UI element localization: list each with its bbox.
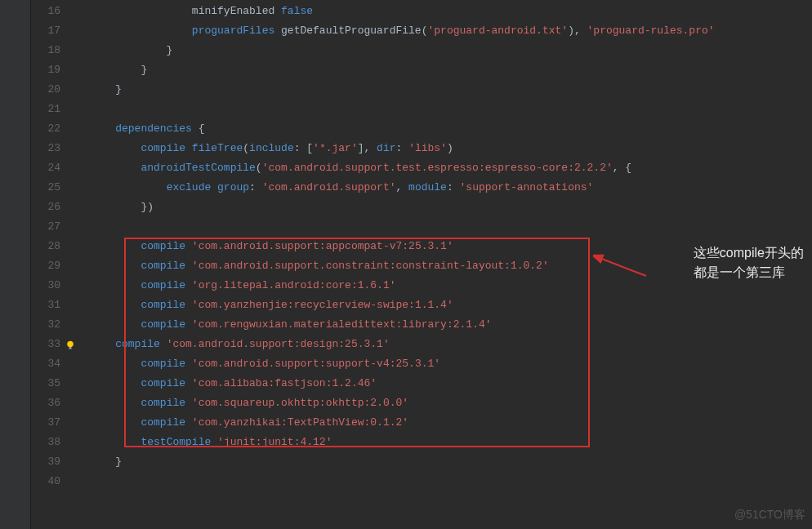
- line-number: 26: [31, 198, 60, 217]
- line-number: 34: [31, 354, 60, 374]
- left-margin: [0, 0, 31, 529]
- annotation-text: 这些compile开头的 都是一个第三库: [694, 243, 804, 282]
- line-number: 38: [31, 433, 60, 452]
- editor-container: 1617181920212223242526272829303132333435…: [0, 0, 812, 529]
- code-line[interactable]: testCompile 'junit:junit:4.12': [90, 433, 812, 452]
- code-line[interactable]: proguardFiles getDefaultProguardFile('pr…: [90, 21, 812, 41]
- line-number: 36: [31, 393, 60, 413]
- code-line[interactable]: compile fileTree(include: ['*.jar'], dir…: [90, 139, 812, 158]
- code-line[interactable]: compile 'com.yanzhenjie:recyclerview-swi…: [90, 296, 812, 315]
- code-line[interactable]: exclude group: 'com.android.support', mo…: [90, 178, 812, 198]
- code-line[interactable]: }: [90, 452, 812, 472]
- line-number: 20: [31, 80, 60, 100]
- line-number: 27: [31, 217, 60, 237]
- annotation-line-2: 都是一个第三库: [694, 263, 804, 282]
- code-line[interactable]: }): [90, 198, 812, 217]
- line-number: 16: [31, 2, 60, 21]
- line-number: 23: [31, 139, 60, 158]
- code-line[interactable]: compile 'com.rengwuxian.materialedittext…: [90, 315, 812, 335]
- line-number: 21: [31, 100, 60, 119]
- line-number: 29: [31, 256, 60, 276]
- code-line[interactable]: compile 'com.android.support:support-v4:…: [90, 354, 812, 374]
- code-line[interactable]: }: [90, 60, 812, 80]
- code-line[interactable]: minifyEnabled false: [90, 2, 812, 21]
- code-line[interactable]: dependencies {: [90, 119, 812, 139]
- line-number: 40: [31, 472, 60, 491]
- line-number: 22: [31, 119, 60, 139]
- line-number: 25: [31, 178, 60, 198]
- code-line[interactable]: [90, 472, 812, 491]
- code-line[interactable]: compile 'com.android.support:design:25.3…: [90, 335, 812, 354]
- line-number: 18: [31, 41, 60, 60]
- code-line[interactable]: }: [90, 80, 812, 100]
- code-line[interactable]: [90, 217, 812, 237]
- code-line[interactable]: compile 'com.squareup.okhttp:okhttp:2.0.…: [90, 393, 812, 413]
- line-number: 32: [31, 315, 60, 335]
- line-number: 19: [31, 60, 60, 80]
- line-number: 30: [31, 276, 60, 296]
- code-line[interactable]: androidTestCompile('com.android.support.…: [90, 158, 812, 178]
- line-number-gutter: 1617181920212223242526272829303132333435…: [31, 0, 70, 529]
- line-number: 24: [31, 158, 60, 178]
- line-number: 17: [31, 21, 60, 41]
- line-number: 33: [31, 335, 60, 354]
- line-number: 35: [31, 374, 60, 393]
- line-number: 39: [31, 452, 60, 472]
- code-line[interactable]: compile 'com.alibaba:fastjson:1.2.46': [90, 374, 812, 393]
- code-line[interactable]: }: [90, 41, 812, 60]
- line-number: 28: [31, 237, 60, 256]
- watermark: @51CTO博客: [734, 508, 805, 522]
- line-number: 37: [31, 413, 60, 433]
- code-line[interactable]: [90, 100, 812, 119]
- annotation-line-1: 这些compile开头的: [694, 243, 804, 263]
- line-number: 31: [31, 296, 60, 315]
- code-line[interactable]: compile 'com.yanzhikai:TextPathView:0.1.…: [90, 413, 812, 433]
